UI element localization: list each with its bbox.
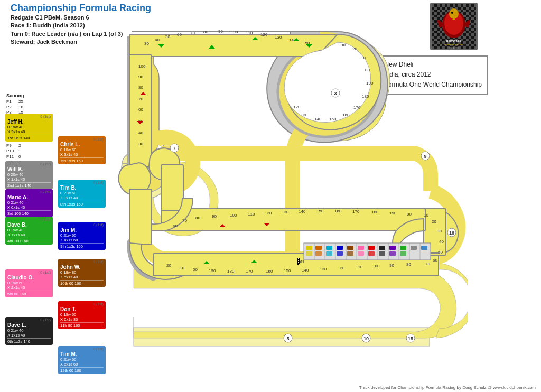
svg-text:170: 170 <box>352 209 360 214</box>
svg-text:5: 5 <box>286 336 289 341</box>
player-card-dont.: 0 (1st)Don T.0 19w 60X 6x1s 8011h 80 160 <box>58 301 106 329</box>
svg-rect-143 <box>400 251 406 256</box>
svg-text:20: 20 <box>166 263 171 268</box>
svg-rect-140 <box>368 251 375 256</box>
svg-rect-137 <box>337 251 343 256</box>
svg-rect-138 <box>347 251 353 256</box>
svg-rect-136 <box>326 251 332 256</box>
svg-text:180: 180 <box>362 94 369 99</box>
pit-lane <box>304 243 431 260</box>
svg-text:130: 130 <box>275 35 282 40</box>
svg-text:160: 160 <box>342 113 350 117</box>
svg-text:180: 180 <box>227 269 235 274</box>
svg-text:10: 10 <box>361 55 366 60</box>
svg-text:10: 10 <box>424 213 428 218</box>
logo: REDSCAPE FORMULA RACING SINCE 2004 <box>430 3 478 50</box>
svg-text:150: 150 <box>284 268 291 273</box>
svg-rect-124 <box>326 246 332 250</box>
svg-text:30: 30 <box>437 229 442 234</box>
svg-rect-162 <box>298 260 299 261</box>
svg-text:150: 150 <box>316 209 324 213</box>
svg-rect-133 <box>421 246 427 250</box>
svg-text:70: 70 <box>425 262 430 266</box>
svg-text:110: 110 <box>246 31 253 35</box>
svg-rect-28 <box>161 165 183 210</box>
player-card-johnw.: 0 (1st)John W.0 18w 80X 5x1s 4010th 60 1… <box>58 259 106 287</box>
svg-rect-128 <box>368 246 375 250</box>
svg-text:90: 90 <box>389 263 394 268</box>
svg-rect-139 <box>358 251 364 256</box>
svg-text:130: 130 <box>282 210 289 214</box>
svg-rect-142 <box>389 251 396 256</box>
svg-rect-161 <box>298 258 299 259</box>
svg-text:160: 160 <box>334 209 342 213</box>
svg-text:80: 80 <box>203 30 208 34</box>
svg-text:9: 9 <box>424 154 426 159</box>
svg-rect-125 <box>337 246 343 250</box>
player-card-claudioo.: 0 (1st)Claudio O.0 19w 60X 2x1s 405th 60… <box>5 269 53 297</box>
svg-text:60: 60 <box>177 32 182 37</box>
player-card-timb.: 0 (1st)Tim B.0 21w 60X 0x1s 408th 1x3s 1… <box>58 180 106 208</box>
svg-text:110: 110 <box>248 212 255 217</box>
svg-text:80: 80 <box>138 85 143 90</box>
svg-text:7: 7 <box>173 146 175 151</box>
svg-text:70: 70 <box>138 97 143 101</box>
svg-text:50: 50 <box>165 34 170 39</box>
track-svg: 30 40 50 60 70 80 90 100 110 120 130 140… <box>55 0 468 392</box>
svg-rect-123 <box>315 246 322 250</box>
svg-rect-24 <box>129 189 152 245</box>
svg-text:90: 90 <box>212 214 217 219</box>
svg-text:50: 50 <box>438 250 443 255</box>
svg-text:120: 120 <box>265 211 272 216</box>
svg-rect-160 <box>297 258 299 265</box>
svg-rect-134 <box>306 251 312 256</box>
player-card-timm.: 0 (1st)Tim M.0 21w 60X 6x1s 6012th 60 16… <box>58 346 106 374</box>
svg-text:20: 20 <box>432 219 436 224</box>
svg-text:30: 30 <box>144 41 149 46</box>
player-card-jimm.: 0 (1st)Jim M.0 21w 60X 4x1s 609th 1x3s 1… <box>58 222 106 250</box>
svg-text:SINCE 2004: SINCE 2004 <box>449 47 459 49</box>
start-finish <box>297 258 299 265</box>
svg-text:190: 190 <box>209 268 216 273</box>
player-card-davel.: 0 (1st)Dave L.0 21w 40X 1x1s 406th 1x3s … <box>5 317 53 345</box>
svg-text:01: 01 <box>300 260 304 264</box>
svg-text:60: 60 <box>138 107 143 112</box>
footer: Track developed for Championship Formula… <box>359 385 536 390</box>
footer-text: Track developed for Championship Formula… <box>359 385 536 390</box>
svg-text:170: 170 <box>246 269 253 274</box>
svg-text:150: 150 <box>329 117 337 122</box>
svg-rect-163 <box>298 262 299 263</box>
svg-text:160: 160 <box>266 269 273 274</box>
svg-text:140: 140 <box>302 268 309 273</box>
svg-text:180: 180 <box>371 210 379 214</box>
svg-rect-27 <box>161 209 425 231</box>
svg-text:130: 130 <box>301 113 308 117</box>
svg-rect-132 <box>411 246 417 250</box>
svg-text:15: 15 <box>408 336 413 341</box>
svg-text:30: 30 <box>138 142 143 146</box>
svg-text:40: 40 <box>138 130 143 135</box>
svg-text:100: 100 <box>230 213 237 218</box>
svg-text:190: 190 <box>389 211 397 216</box>
player-card-marioa.: 0 (1st)Mario A.0 21w 40X 0x1s 403rd 100 … <box>5 189 53 217</box>
svg-text:90: 90 <box>138 74 143 79</box>
svg-text:30: 30 <box>341 43 346 48</box>
svg-rect-135 <box>315 251 322 256</box>
svg-text:90: 90 <box>218 29 223 34</box>
svg-text:FORMULA RACING: FORMULA RACING <box>444 43 463 46</box>
svg-text:70: 70 <box>182 218 187 223</box>
svg-rect-126 <box>347 246 353 250</box>
svg-text:16: 16 <box>449 230 454 236</box>
player-card-daveb.: 0 (1st)Dave B.0 19w 40X 1x1s 404th 100 1… <box>5 217 53 245</box>
svg-text:120: 120 <box>293 105 301 109</box>
redscape-logo-svg: REDSCAPE FORMULA RACING SINCE 2004 <box>432 4 476 49</box>
svg-rect-130 <box>389 246 396 250</box>
svg-text:100: 100 <box>372 264 380 268</box>
svg-text:100: 100 <box>231 30 238 34</box>
svg-text:70: 70 <box>190 31 195 35</box>
svg-text:20: 20 <box>352 46 357 51</box>
svg-rect-129 <box>379 246 385 250</box>
svg-text:80: 80 <box>195 216 200 220</box>
svg-text:100: 100 <box>138 64 146 69</box>
svg-text:110: 110 <box>356 265 363 269</box>
